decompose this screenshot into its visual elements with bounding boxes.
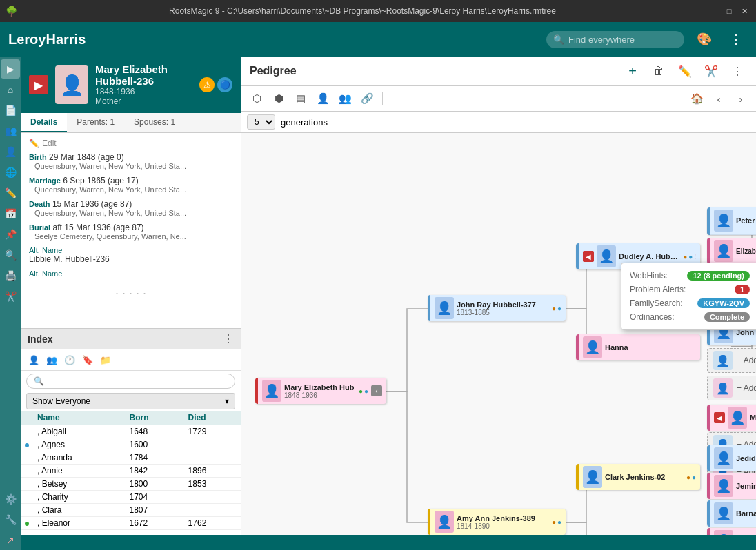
sidebar-item-gear[interactable]: ⚙️ <box>1 489 20 509</box>
index-folder-icon[interactable]: 📁 <box>98 352 113 367</box>
index-person-icon[interactable]: 👤 <box>26 352 41 367</box>
link-tool[interactable]: 🔗 <box>357 89 377 108</box>
nav-back-button[interactable]: ‹ <box>709 89 728 108</box>
maximize-button[interactable]: □ <box>723 5 735 17</box>
mfm-box[interactable]: 👤 Jemima Voorhes-2 ● ● <box>707 473 756 499</box>
person-header: ▶ 👤 Mary Elizabeth Hubbell-236 1848-1936… <box>21 57 241 113</box>
add-father-fmf[interactable]: 👤 + Add Father <box>707 348 756 373</box>
pedigree-actions: + 🗑 ✏️ ✂️ ⋮ <box>622 61 748 81</box>
add-person-button[interactable]: + <box>622 61 643 81</box>
person-dates: 1848-1936 <box>95 87 192 96</box>
fmm-arrow[interactable]: ◀ <box>714 412 725 423</box>
list-item[interactable]: , Eleanor 1672 1762 <box>21 517 241 530</box>
window-title: RootsMagic 9 - C:\Users\harri\Documents\… <box>23 6 702 16</box>
web-hints-icon[interactable]: ⚠ <box>199 77 215 92</box>
family-tree-tool[interactable]: 👥 <box>335 89 355 108</box>
theme-button[interactable]: 🎨 <box>693 28 716 51</box>
list-item[interactable]: , Amanda 1784 <box>21 451 241 465</box>
fmm-box[interactable]: ◀ 👤 Miss Hammond- ● ! ● ● <box>707 405 756 431</box>
sidebar-item-search[interactable]: 🔍 <box>1 245 20 265</box>
sidebar-item-home[interactable]: ▶ <box>1 59 20 79</box>
family-search-icon[interactable]: 🔵 <box>217 77 232 92</box>
sidebar-item-documents[interactable]: 📄 <box>1 101 20 120</box>
pedigree-canvas[interactable]: 👤 Mary Elizabeth Hub 1848-1936 ● ● ‹ <box>241 133 756 535</box>
add-mother-avatar-fmf: 👤 <box>713 378 733 398</box>
show-everyone-bar[interactable]: Show Everyone ▾ <box>26 393 235 409</box>
add-mother-fmf[interactable]: 👤 + Add Mother <box>707 376 756 400</box>
mf-info: Clark Jenkins-02 <box>605 473 684 481</box>
edit-button[interactable]: ✏️ Edit <box>29 139 232 148</box>
search-input[interactable] <box>546 31 684 48</box>
mother-fs: ● <box>557 518 561 526</box>
mfmm-box[interactable]: 👤 Mary Scott-1336 ● ● <box>707 528 756 535</box>
navigate-back-button[interactable]: ▶ <box>29 75 48 94</box>
sidebar-item-calendar[interactable]: 📅 <box>1 204 20 223</box>
sidebar-item-print[interactable]: 🖨️ <box>1 266 20 285</box>
altname-section: Alt. Name Libbie M. Hubbell-236 <box>29 246 232 264</box>
list-item[interactable]: , Annie 1842 1896 <box>21 465 241 478</box>
mfmf-box[interactable]: 👤 Barnabas Cary-132 ● ● <box>707 500 756 527</box>
list-item[interactable]: , Charity 1704 <box>21 491 241 504</box>
mff-box[interactable]: 👤 Jedidiah Jenki-1 ● ● › <box>707 445 756 471</box>
sidebar-item-person[interactable]: 👤 <box>1 142 20 161</box>
row-name: , Abigail <box>33 425 125 438</box>
row-marker <box>21 517 33 530</box>
index-bookmark-icon[interactable]: 🔖 <box>80 352 95 367</box>
birth-section: Birth 29 Mar 1848 (age 0) Queensbury, Wa… <box>29 152 232 170</box>
sidebar-item-pencil[interactable]: ✏️ <box>1 183 20 203</box>
show-everyone-chevron: ▾ <box>225 396 229 406</box>
descendants-view-btn[interactable]: ▤ <box>291 89 310 108</box>
index-menu-button[interactable]: ⋮ <box>223 332 234 345</box>
mother-box[interactable]: 👤 Amy Ann Jenkins-389 1814-1890 ● ● <box>428 509 566 535</box>
edit-pedigree-button[interactable]: ✏️ <box>675 61 695 81</box>
sidebar-item-scissors[interactable]: ✂️ <box>1 287 20 306</box>
ff-arrow[interactable]: ◀ <box>583 251 594 262</box>
tools-button[interactable]: ✂️ <box>701 61 722 81</box>
sidebar-item-dashboard[interactable]: ⌂ <box>1 80 20 99</box>
pedigree-view-btn[interactable]: ⬡ <box>247 89 266 108</box>
sidebar-item-pin[interactable]: 📌 <box>1 225 20 244</box>
mff-avatar: 👤 <box>714 447 733 469</box>
pedigree-menu-button[interactable]: ⋮ <box>727 61 748 81</box>
row-name: , Charity <box>33 491 125 504</box>
row-died <box>184 504 241 517</box>
sidebar-item-tools[interactable]: 🔧 <box>1 510 20 529</box>
add-person-tool[interactable]: 👤 <box>313 89 332 108</box>
mff-info: Jedidiah Jenki-1 <box>736 454 756 462</box>
home-nav-button[interactable]: 🏠 <box>687 89 706 108</box>
minimize-button[interactable]: — <box>708 5 720 17</box>
mf-box[interactable]: 👤 Clark Jenkins-02 ● ● <box>576 464 700 490</box>
father-box[interactable]: 👤 John Ray Hubbell-377 1813-1885 ● ● <box>428 295 566 321</box>
delete-button[interactable]: 🗑 <box>648 61 669 81</box>
fm-box[interactable]: 👤 Hanna <box>576 334 700 360</box>
index-group-icon[interactable]: 👥 <box>44 352 59 367</box>
title-bar: 🌳 RootsMagic 9 - C:\Users\harri\Document… <box>0 0 756 22</box>
list-item[interactable]: , Abigail 1648 1729 <box>21 425 241 438</box>
nav-forward-button[interactable]: › <box>731 89 750 108</box>
main-expand[interactable]: ‹ <box>371 385 382 396</box>
main-person-box[interactable]: 👤 Mary Elizabeth Hub 1848-1936 ● ● ‹ <box>255 378 386 404</box>
index-toolbar: 👤 👥 🕐 🔖 📁 <box>21 349 241 371</box>
tab-parents[interactable]: Parents: 1 <box>67 113 124 132</box>
tab-details[interactable]: Details <box>21 113 67 132</box>
index-history-icon[interactable]: 🕐 <box>62 352 77 367</box>
generation-select[interactable]: 5436 <box>247 114 275 130</box>
list-item[interactable]: , Betsey 1800 1853 <box>21 478 241 491</box>
family-view-btn[interactable]: ⬢ <box>269 89 288 108</box>
mother-info: Amy Ann Jenkins-389 1814-1890 <box>457 514 549 530</box>
sidebar-item-exit[interactable]: ↗ <box>1 531 20 550</box>
close-button[interactable]: ✕ <box>738 5 750 17</box>
sidebar-item-people[interactable]: 👥 <box>1 121 20 141</box>
list-item[interactable]: , Agnes 1600 <box>21 438 241 451</box>
sidebar-item-globe[interactable]: 🌐 <box>1 163 20 182</box>
ffm-box[interactable]: 👤 Elizabeth Herault-15 › <box>707 238 756 264</box>
ff-info: Dudley A. Hubbell <box>619 252 680 261</box>
mother-avatar: 👤 <box>435 511 454 533</box>
ffff-box[interactable]: 👤 Peter Hubbell-09 ● ● › <box>707 207 756 234</box>
index-search-input[interactable] <box>26 374 235 389</box>
tab-spouses[interactable]: Spouses: 1 <box>124 113 185 132</box>
menu-button[interactable]: ⋮ <box>724 28 748 51</box>
row-born: 1784 <box>125 451 183 465</box>
list-item[interactable]: , Clara 1807 <box>21 504 241 517</box>
index-rows: , Abigail 1648 1729 , Agnes 1600 , Amand… <box>21 425 241 530</box>
